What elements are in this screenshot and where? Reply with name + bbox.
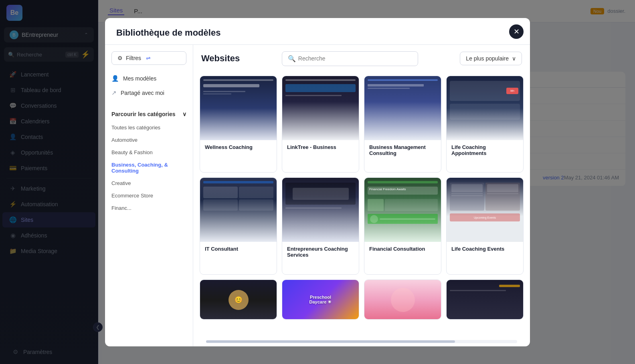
template-label: LinkTree - Business	[282, 140, 359, 154]
categories-section[interactable]: Parcourir les catégories ∨	[105, 107, 193, 121]
filter-sidebar: ⚙ Filtres ⇌ 👤 Mes modèles ↗ Partagé avec…	[105, 45, 193, 346]
h-scrollbar-container[interactable]	[193, 338, 530, 346]
template-thumbnail: PreschoolDaycare ☀	[282, 280, 359, 320]
template-search-input[interactable]	[298, 55, 412, 62]
filters-label: Filtres	[126, 55, 141, 61]
template-label: Life Coaching Appointments	[447, 140, 523, 160]
category-beauty[interactable]: Beauty & Fashion	[105, 146, 193, 159]
template-card-financial[interactable]: Financial Freedom Awaits	[364, 177, 441, 275]
template-label: Wellness Coaching	[200, 140, 277, 154]
modal-body: ⚙ Filtres ⇌ 👤 Mes modèles ↗ Partagé avec…	[105, 45, 530, 346]
template-search-bar[interactable]: 🔍	[282, 51, 418, 66]
filter-label: Partagé avec moi	[121, 90, 164, 96]
template-area: Websites 🔍 Le plus populaire ∨	[193, 45, 530, 346]
filter-divider	[105, 103, 193, 104]
template-card-lifecoach[interactable]: btn Life Coaching Appointments	[446, 76, 524, 173]
template-thumbnail: btn	[447, 76, 523, 140]
filter-partage[interactable]: ↗ Partagé avec moi	[105, 86, 193, 100]
share-icon: ↗	[111, 89, 117, 97]
h-scrollbar-thumb	[206, 340, 455, 343]
category-finance[interactable]: Financ...	[105, 202, 193, 214]
template-thumbnail	[200, 76, 277, 140]
modal-title: Bibliothèque de modèles	[116, 28, 220, 38]
template-label: Entrepreneurs Coaching Services	[282, 242, 359, 262]
template-card-bottom1[interactable]: 😊	[200, 280, 277, 320]
close-icon: ✕	[514, 27, 520, 36]
template-label: Business Management Consulting	[364, 140, 441, 160]
chevron-down-icon: ∨	[512, 55, 516, 62]
filter-adjust-icon: ⇌	[146, 55, 151, 61]
template-grid: Wellness Coaching Li	[193, 72, 530, 338]
template-thumbnail	[447, 280, 523, 320]
templates-section-title: Websites	[201, 53, 240, 64]
template-library-modal: Bibliothèque de modèles ✕ ⚙ Filtres ⇌ 👤 …	[105, 18, 530, 346]
template-thumbnail	[282, 76, 359, 140]
filter-label: Mes modèles	[123, 75, 156, 82]
person-icon: 👤	[111, 75, 119, 82]
category-toutes[interactable]: Toutes les catégories	[105, 121, 193, 134]
template-thumbnail: Financial Freedom Awaits	[364, 178, 441, 242]
template-card-bottom2[interactable]: PreschoolDaycare ☀	[282, 280, 359, 320]
template-card-bottom4[interactable]	[446, 280, 524, 320]
template-thumbnail	[364, 76, 441, 140]
template-thumbnail	[364, 280, 441, 320]
filter-mes-modeles[interactable]: 👤 Mes modèles	[105, 71, 193, 86]
template-card-entrepreneurs[interactable]: Entrepreneurs Coaching Services	[282, 177, 359, 275]
template-thumbnail	[282, 178, 359, 242]
h-scrollbar[interactable]	[206, 340, 517, 343]
template-card-business-mgmt[interactable]: Business Management Consulting	[364, 76, 441, 173]
template-card-linktree[interactable]: LinkTree - Business	[282, 76, 359, 173]
template-thumbnail: 😊	[200, 280, 277, 320]
category-business-coaching[interactable]: Business, Coaching, & Consulting	[105, 159, 193, 177]
template-label: Life Coaching Events	[447, 242, 523, 256]
template-label: Financial Consultation	[364, 242, 441, 256]
template-label: IT Consultant	[200, 242, 277, 256]
sort-dropdown[interactable]: Le plus populaire ∨	[460, 52, 522, 65]
modal-header: Bibliothèque de modèles ✕	[105, 18, 530, 45]
search-icon: 🔍	[288, 55, 296, 62]
modal-overlay[interactable]: Bibliothèque de modèles ✕ ⚙ Filtres ⇌ 👤 …	[0, 0, 635, 364]
template-card-lifecoachevents[interactable]: Upcoming Events Life Coaching Events	[446, 177, 524, 275]
categories-label: Parcourir les catégories	[111, 111, 176, 117]
filters-button[interactable]: ⚙ Filtres ⇌	[111, 51, 186, 65]
template-card-bottom3[interactable]	[364, 280, 441, 320]
category-automotive[interactable]: Automotive	[105, 134, 193, 146]
category-ecommerce[interactable]: Ecommerce Store	[105, 189, 193, 202]
template-card-itconsult[interactable]: IT Consultant	[200, 177, 277, 275]
category-creative[interactable]: Creative	[105, 177, 193, 189]
template-toolbar: Websites 🔍 Le plus populaire ∨	[193, 45, 530, 72]
template-thumbnail	[200, 178, 277, 242]
sort-label: Le plus populaire	[466, 55, 509, 62]
modal-close-button[interactable]: ✕	[509, 24, 524, 39]
template-thumbnail: Upcoming Events	[447, 178, 523, 242]
chevron-down-icon: ∨	[182, 111, 186, 117]
filter-icon: ⚙	[117, 55, 123, 61]
template-card-wellness[interactable]: Wellness Coaching	[200, 76, 277, 173]
